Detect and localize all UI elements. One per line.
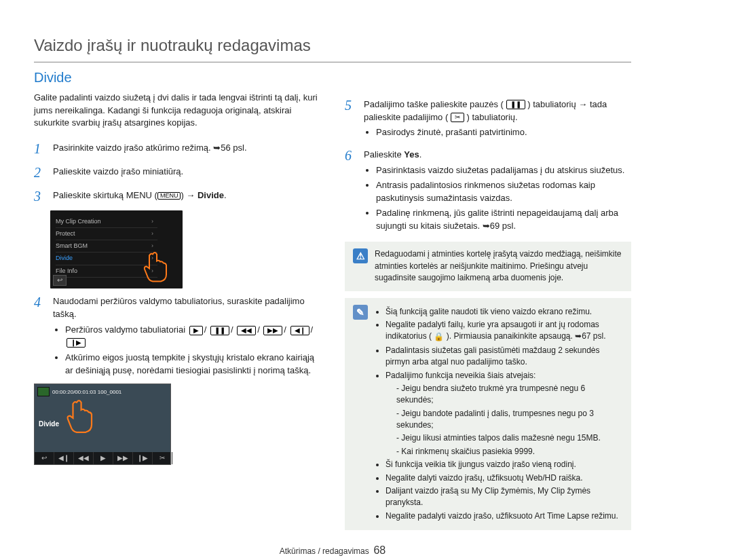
thumbnail-icon	[37, 387, 50, 396]
back-icon: ↩	[53, 275, 67, 286]
warning-callout: ⚠ Redaguodami į atminties kortelę įrašyt…	[345, 242, 631, 291]
intro-text: Galite padalinti vaizdo siužetą į dvi da…	[34, 92, 320, 130]
fastfwd-icon: ▶▶	[263, 326, 282, 335]
touch-hand-icon	[62, 396, 99, 434]
frame-back-icon: ◀❙	[54, 452, 74, 464]
step-6: 6 Palieskite Yes. Pasirinktasis vaizdo s…	[345, 146, 631, 235]
play-icon: ▶	[94, 452, 113, 464]
warning-icon: ⚠	[353, 248, 368, 263]
play-icon: ▶	[189, 326, 203, 335]
left-column: Galite padalinti vaizdo siužetą į dvi da…	[34, 92, 320, 537]
step-1-text: Pasirinkite vaizdo įrašo atkūrimo režimą…	[53, 139, 320, 159]
page-footer: Atkūrimas / redagavimas 68	[34, 542, 631, 558]
rewind-icon: ◀◀	[237, 326, 256, 335]
yes-label: Yes	[404, 149, 419, 160]
step-3: 3 Palieskite skirtuką MENU (MENU) → Divi…	[34, 187, 320, 206]
note-callout: ✎ Šią funkciją galite naudoti tik vieno …	[345, 298, 631, 531]
step4-b2: Atkūrimo eigos juostą tempkite į skystųj…	[65, 352, 320, 377]
step-4: 4 Naudodami peržiūros valdymo tabuliator…	[34, 293, 320, 379]
section-heading-divide: Divide	[34, 68, 631, 88]
menu-icon: MENU	[157, 192, 181, 200]
step-4-text: Naudodami peržiūros valdymo tabuliatoriu…	[53, 295, 320, 321]
step-1: 1 Pasirinkite vaizdo įrašo atkūrimo reži…	[34, 139, 320, 159]
step-2-text: Palieskite vaizdo įrašo miniatiūrą.	[53, 163, 320, 183]
page-number: 68	[373, 544, 386, 556]
frame-back-icon: ◀❙	[290, 326, 309, 335]
step-2: 2 Palieskite vaizdo įrašo miniatiūrą.	[34, 163, 320, 183]
cut-icon: ✂	[153, 452, 172, 464]
video-screenshot: 00:00:20/00:01:03 100_0001 Divide ↩ ◀❙ ◀…	[34, 384, 171, 465]
page-title: Vaizdo įrašų ir nuotraukų redagavimas	[34, 34, 631, 62]
lock-icon: 🔒	[434, 331, 444, 343]
frame-fwd-icon: ❙▶	[67, 338, 86, 348]
divide-label: Divide	[198, 190, 224, 200]
step-5: 5 Padalijimo taške palieskite pauzės ( ❚…	[345, 96, 631, 143]
step4-b1: Peržiūros valdymo tabuliatoriai	[65, 324, 185, 335]
cut-icon: ✂	[451, 113, 464, 122]
pause-icon: ❚❚	[506, 100, 525, 109]
touch-hand-icon	[139, 247, 173, 284]
back-icon: ↩	[35, 452, 54, 464]
rewind-icon: ◀◀	[74, 452, 94, 464]
fastfwd-icon: ▶▶	[113, 452, 133, 464]
menu-screenshot: My Clip Creation› Protect› Smart BGM› Di…	[50, 210, 183, 288]
note-icon: ✎	[353, 305, 368, 320]
step-3-pre: Palieskite skirtuką MENU	[53, 190, 152, 200]
pause-icon: ❚❚	[210, 326, 229, 335]
right-column: 5 Padalijimo taške palieskite pauzės ( ❚…	[345, 92, 631, 537]
frame-fwd-icon: ❙▶	[133, 452, 153, 464]
